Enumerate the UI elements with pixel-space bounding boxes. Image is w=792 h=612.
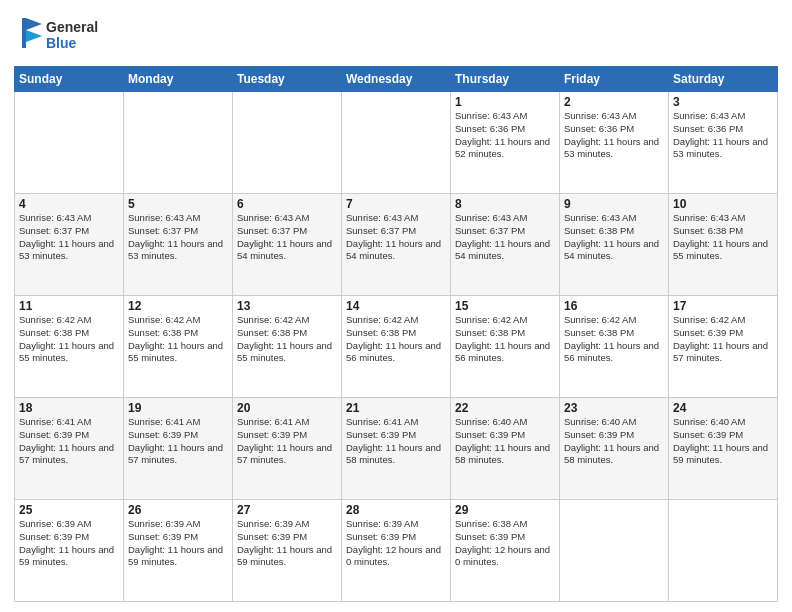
day-info: Sunrise: 6:41 AM Sunset: 6:39 PM Dayligh… [128,416,228,467]
day-header-friday: Friday [560,67,669,92]
day-header-tuesday: Tuesday [233,67,342,92]
calendar-cell: 10Sunrise: 6:43 AM Sunset: 6:38 PM Dayli… [669,194,778,296]
day-number: 6 [237,197,337,211]
day-number: 1 [455,95,555,109]
calendar-cell [560,500,669,602]
calendar-cell: 26Sunrise: 6:39 AM Sunset: 6:39 PM Dayli… [124,500,233,602]
day-number: 17 [673,299,773,313]
day-info: Sunrise: 6:42 AM Sunset: 6:38 PM Dayligh… [19,314,119,365]
calendar-cell: 8Sunrise: 6:43 AM Sunset: 6:37 PM Daylig… [451,194,560,296]
day-header-sunday: Sunday [15,67,124,92]
day-info: Sunrise: 6:40 AM Sunset: 6:39 PM Dayligh… [455,416,555,467]
day-info: Sunrise: 6:39 AM Sunset: 6:39 PM Dayligh… [237,518,337,569]
day-info: Sunrise: 6:43 AM Sunset: 6:36 PM Dayligh… [564,110,664,161]
day-info: Sunrise: 6:42 AM Sunset: 6:38 PM Dayligh… [346,314,446,365]
day-info: Sunrise: 6:40 AM Sunset: 6:39 PM Dayligh… [673,416,773,467]
calendar-cell: 11Sunrise: 6:42 AM Sunset: 6:38 PM Dayli… [15,296,124,398]
svg-marker-1 [26,18,42,30]
day-info: Sunrise: 6:43 AM Sunset: 6:38 PM Dayligh… [564,212,664,263]
day-info: Sunrise: 6:41 AM Sunset: 6:39 PM Dayligh… [237,416,337,467]
day-info: Sunrise: 6:38 AM Sunset: 6:39 PM Dayligh… [455,518,555,569]
day-number: 20 [237,401,337,415]
day-info: Sunrise: 6:40 AM Sunset: 6:39 PM Dayligh… [564,416,664,467]
day-number: 18 [19,401,119,415]
calendar-cell: 13Sunrise: 6:42 AM Sunset: 6:38 PM Dayli… [233,296,342,398]
day-info: Sunrise: 6:43 AM Sunset: 6:37 PM Dayligh… [237,212,337,263]
day-number: 29 [455,503,555,517]
calendar-cell: 3Sunrise: 6:43 AM Sunset: 6:36 PM Daylig… [669,92,778,194]
day-number: 16 [564,299,664,313]
calendar-cell: 16Sunrise: 6:42 AM Sunset: 6:38 PM Dayli… [560,296,669,398]
day-number: 27 [237,503,337,517]
day-number: 22 [455,401,555,415]
calendar-cell: 25Sunrise: 6:39 AM Sunset: 6:39 PM Dayli… [15,500,124,602]
logo-svg: General Blue [14,10,134,60]
week-row-3: 11Sunrise: 6:42 AM Sunset: 6:38 PM Dayli… [15,296,778,398]
calendar-cell [342,92,451,194]
day-number: 25 [19,503,119,517]
calendar-cell: 2Sunrise: 6:43 AM Sunset: 6:36 PM Daylig… [560,92,669,194]
calendar-cell [124,92,233,194]
week-row-4: 18Sunrise: 6:41 AM Sunset: 6:39 PM Dayli… [15,398,778,500]
day-info: Sunrise: 6:43 AM Sunset: 6:37 PM Dayligh… [128,212,228,263]
day-number: 13 [237,299,337,313]
calendar-cell: 28Sunrise: 6:39 AM Sunset: 6:39 PM Dayli… [342,500,451,602]
day-number: 3 [673,95,773,109]
calendar-cell: 20Sunrise: 6:41 AM Sunset: 6:39 PM Dayli… [233,398,342,500]
week-row-5: 25Sunrise: 6:39 AM Sunset: 6:39 PM Dayli… [15,500,778,602]
calendar-cell [233,92,342,194]
day-header-saturday: Saturday [669,67,778,92]
day-number: 9 [564,197,664,211]
day-info: Sunrise: 6:42 AM Sunset: 6:38 PM Dayligh… [237,314,337,365]
calendar-table: SundayMondayTuesdayWednesdayThursdayFrid… [14,66,778,602]
day-header-thursday: Thursday [451,67,560,92]
day-number: 24 [673,401,773,415]
day-number: 4 [19,197,119,211]
day-number: 21 [346,401,446,415]
calendar-cell: 4Sunrise: 6:43 AM Sunset: 6:37 PM Daylig… [15,194,124,296]
day-number: 7 [346,197,446,211]
logo: General Blue [14,10,134,60]
calendar-cell [669,500,778,602]
day-number: 14 [346,299,446,313]
day-info: Sunrise: 6:43 AM Sunset: 6:37 PM Dayligh… [346,212,446,263]
day-info: Sunrise: 6:42 AM Sunset: 6:39 PM Dayligh… [673,314,773,365]
calendar-cell: 5Sunrise: 6:43 AM Sunset: 6:37 PM Daylig… [124,194,233,296]
svg-marker-0 [22,18,26,48]
day-info: Sunrise: 6:42 AM Sunset: 6:38 PM Dayligh… [564,314,664,365]
header-row: SundayMondayTuesdayWednesdayThursdayFrid… [15,67,778,92]
day-number: 28 [346,503,446,517]
calendar-cell: 17Sunrise: 6:42 AM Sunset: 6:39 PM Dayli… [669,296,778,398]
day-info: Sunrise: 6:42 AM Sunset: 6:38 PM Dayligh… [128,314,228,365]
svg-text:General: General [46,19,98,35]
day-number: 15 [455,299,555,313]
day-number: 12 [128,299,228,313]
calendar-cell [15,92,124,194]
day-info: Sunrise: 6:43 AM Sunset: 6:36 PM Dayligh… [673,110,773,161]
svg-text:Blue: Blue [46,35,77,51]
calendar-cell: 9Sunrise: 6:43 AM Sunset: 6:38 PM Daylig… [560,194,669,296]
calendar-cell: 24Sunrise: 6:40 AM Sunset: 6:39 PM Dayli… [669,398,778,500]
week-row-2: 4Sunrise: 6:43 AM Sunset: 6:37 PM Daylig… [15,194,778,296]
calendar-cell: 12Sunrise: 6:42 AM Sunset: 6:38 PM Dayli… [124,296,233,398]
svg-marker-2 [26,30,42,42]
calendar-cell: 1Sunrise: 6:43 AM Sunset: 6:36 PM Daylig… [451,92,560,194]
calendar-cell: 29Sunrise: 6:38 AM Sunset: 6:39 PM Dayli… [451,500,560,602]
calendar-cell: 15Sunrise: 6:42 AM Sunset: 6:38 PM Dayli… [451,296,560,398]
calendar-cell: 19Sunrise: 6:41 AM Sunset: 6:39 PM Dayli… [124,398,233,500]
day-number: 8 [455,197,555,211]
day-header-wednesday: Wednesday [342,67,451,92]
calendar-cell: 22Sunrise: 6:40 AM Sunset: 6:39 PM Dayli… [451,398,560,500]
day-info: Sunrise: 6:39 AM Sunset: 6:39 PM Dayligh… [128,518,228,569]
day-number: 2 [564,95,664,109]
day-info: Sunrise: 6:39 AM Sunset: 6:39 PM Dayligh… [346,518,446,569]
day-info: Sunrise: 6:41 AM Sunset: 6:39 PM Dayligh… [19,416,119,467]
day-info: Sunrise: 6:42 AM Sunset: 6:38 PM Dayligh… [455,314,555,365]
day-number: 5 [128,197,228,211]
day-info: Sunrise: 6:43 AM Sunset: 6:37 PM Dayligh… [19,212,119,263]
day-info: Sunrise: 6:43 AM Sunset: 6:36 PM Dayligh… [455,110,555,161]
week-row-1: 1Sunrise: 6:43 AM Sunset: 6:36 PM Daylig… [15,92,778,194]
day-number: 26 [128,503,228,517]
day-info: Sunrise: 6:43 AM Sunset: 6:38 PM Dayligh… [673,212,773,263]
day-info: Sunrise: 6:39 AM Sunset: 6:39 PM Dayligh… [19,518,119,569]
